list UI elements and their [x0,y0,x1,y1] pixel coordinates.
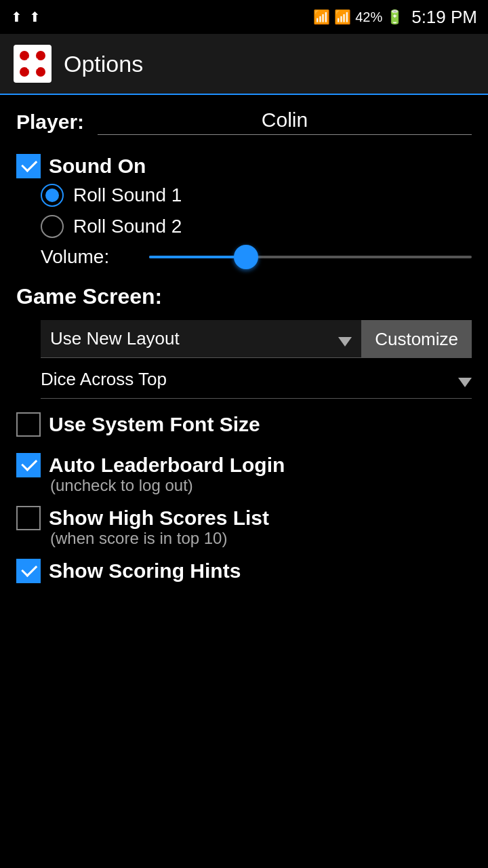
dice-across-top-row[interactable]: Dice Across Top [41,369,472,399]
scoring-hints-label: Show Scoring Hints [49,559,241,583]
signal-icon: 📶 [334,9,351,25]
app-icon [14,45,52,83]
auto-leaderboard-checkbox[interactable] [16,453,41,477]
scoring-hints-checkbox[interactable] [16,559,41,583]
customize-button[interactable]: Customize [361,320,472,358]
auto-leaderboard-label: Auto Leaderboard Login [49,454,285,477]
status-left-icons: ⬆ ⬆ [11,9,41,25]
dice-across-top-text: Dice Across Top [41,369,167,390]
system-font-size-label: Use System Font Size [49,413,260,436]
roll-sound-1-radio[interactable] [41,184,64,207]
roll-sound-2-radio[interactable] [41,215,64,238]
volume-row: Volume: [41,246,472,268]
system-font-size-row[interactable]: Use System Font Size [16,412,472,437]
volume-slider-track[interactable] [149,256,472,258]
auto-leaderboard-subtext: (uncheck to log out) [50,476,472,495]
use-new-layout-text: Use New Layout [50,328,180,349]
sound-on-label: Sound On [49,155,146,178]
upload-icon: ⬆ [29,9,41,25]
content-area: Player: Sound On Roll Sound 1 Roll Sound… [0,95,488,605]
app-bar: Options [0,34,488,95]
roll-sound-2-label: Roll Sound 2 [73,216,182,237]
svg-rect-5 [27,58,38,69]
sound-on-checkbox-row[interactable]: Sound On [16,154,472,178]
roll-sound-1-label: Roll Sound 1 [73,184,182,206]
roll-sound-1-row[interactable]: Roll Sound 1 [41,184,472,207]
player-input[interactable] [98,108,472,135]
scoring-hints-row[interactable]: Show Scoring Hints [16,559,472,583]
dice-dropdown-arrow [458,378,472,387]
high-scores-checkbox[interactable] [16,506,41,530]
use-new-layout-row: Use New Layout Customize [41,320,472,358]
player-row: Player: [16,108,472,138]
volume-label: Volume: [41,246,136,268]
usb-icon: ⬆ [11,9,22,25]
battery-icon: 🔋 [386,9,403,25]
volume-slider-fill [149,256,246,258]
status-right-icons: 📶 📶 42% 🔋 5:19 PM [313,7,477,28]
layout-dropdown-arrow [338,337,352,347]
app-title: Options [64,51,143,77]
high-scores-subtext: (when score is in top 10) [50,529,472,548]
clock: 5:19 PM [411,7,477,28]
wifi-icon: 📶 [313,9,330,25]
status-bar: ⬆ ⬆ 📶 📶 42% 🔋 5:19 PM [0,0,488,34]
volume-slider-thumb[interactable] [234,245,258,269]
auto-leaderboard-row[interactable]: Auto Leaderboard Login [16,453,472,477]
use-new-layout-dropdown[interactable]: Use New Layout [41,320,361,358]
player-label: Player: [16,111,84,134]
high-scores-label: Show High Scores List [49,507,269,530]
roll-sound-2-row[interactable]: Roll Sound 2 [41,215,472,238]
game-screen-heading: Game Screen: [16,284,472,309]
battery-level: 42% [355,9,382,25]
high-scores-row[interactable]: Show High Scores List [16,506,472,530]
system-font-size-checkbox[interactable] [16,412,41,437]
sound-on-checkbox[interactable] [16,154,41,178]
